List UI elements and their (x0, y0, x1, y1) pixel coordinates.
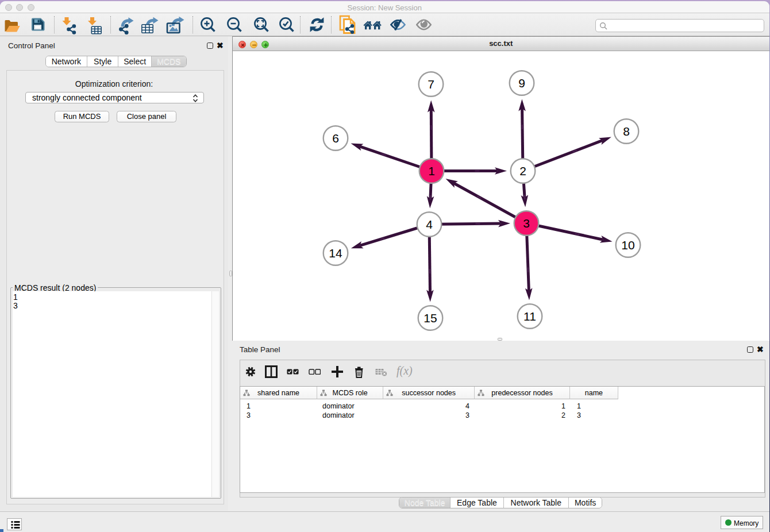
svg-text:9: 9 (518, 76, 525, 89)
svg-text:7: 7 (428, 77, 434, 90)
svg-text:15: 15 (424, 311, 437, 324)
svg-text:8: 8 (623, 124, 630, 137)
svg-text:3: 3 (523, 216, 530, 229)
svg-text:11: 11 (523, 309, 536, 322)
svg-text:6: 6 (332, 131, 339, 144)
svg-text:10: 10 (621, 238, 634, 251)
svg-text:14: 14 (329, 246, 342, 259)
svg-text:2: 2 (519, 164, 526, 177)
svg-text:1: 1 (428, 164, 435, 177)
svg-text:4: 4 (426, 217, 433, 230)
